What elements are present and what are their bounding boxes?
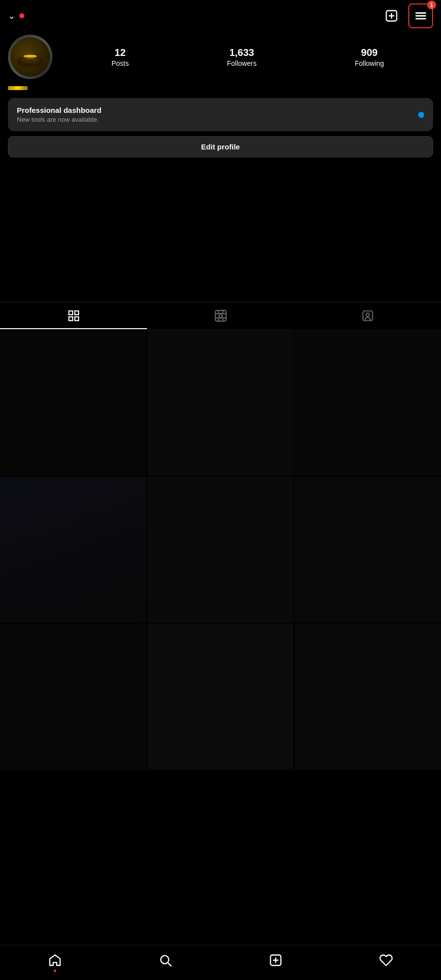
search-icon (158, 953, 172, 967)
avatar-image (15, 47, 45, 67)
professional-dashboard-card[interactable]: Professional dashboard New tools are now… (8, 98, 433, 131)
grid-post-7[interactable] (0, 624, 147, 770)
profile-top-row: 12 Posts 1,633 Followers 909 Following (8, 30, 433, 82)
reels-icon (214, 309, 227, 322)
bottom-navigation (0, 945, 441, 980)
grid-post-5[interactable] (147, 477, 294, 623)
dashboard-subtitle: New tools are now available. (17, 116, 101, 123)
profile-decoration (8, 86, 28, 90)
home-icon (48, 953, 62, 967)
menu-button[interactable] (411, 6, 431, 26)
tab-grid[interactable] (0, 302, 147, 329)
svg-rect-13 (69, 317, 73, 321)
following-count: 909 (361, 47, 378, 58)
nav-activity[interactable] (369, 950, 403, 970)
add-icon (269, 953, 283, 967)
svg-point-16 (219, 314, 222, 318)
stats-row: 12 Posts 1,633 Followers 909 Following (62, 47, 433, 67)
edit-profile-button[interactable]: Edit profile (8, 136, 433, 157)
profile-section: 12 Posts 1,633 Followers 909 Following P… (0, 30, 441, 163)
avatar (8, 35, 52, 79)
grid-post-3[interactable] (294, 329, 441, 476)
new-post-button[interactable] (381, 5, 402, 27)
following-stat[interactable]: 909 Following (355, 47, 384, 67)
grid-icon (67, 309, 80, 322)
profile-name-area (8, 86, 433, 90)
heart-icon (379, 953, 393, 967)
notification-dot (19, 13, 24, 18)
svg-rect-14 (75, 317, 79, 321)
avatar-inner (10, 37, 50, 77)
svg-point-24 (366, 313, 369, 317)
account-switcher-button[interactable]: ⌄ (8, 10, 15, 21)
nav-add[interactable] (259, 950, 293, 970)
tab-tagged[interactable] (294, 302, 441, 329)
followers-count: 1,633 (229, 47, 254, 58)
grid-post-9[interactable] (294, 624, 441, 770)
tab-reels[interactable] (147, 302, 294, 329)
svg-point-10 (24, 55, 37, 57)
dashboard-text: Professional dashboard New tools are now… (17, 106, 101, 123)
dashboard-notification-dot (418, 112, 424, 118)
grid-post-2[interactable] (147, 329, 294, 476)
grid-post-8[interactable] (147, 624, 294, 770)
svg-line-26 (168, 963, 171, 966)
svg-rect-15 (215, 310, 226, 321)
grid-post-1[interactable] (0, 329, 147, 476)
dashboard-title: Professional dashboard (17, 106, 101, 114)
content-tabs (0, 302, 441, 329)
nav-home[interactable] (38, 950, 72, 970)
app-header: ⌄ 1 (0, 0, 441, 30)
avatar-container[interactable] (8, 35, 52, 79)
home-active-dot (54, 970, 56, 972)
tagged-icon (361, 309, 374, 322)
grid-post-6[interactable] (294, 477, 441, 623)
followers-label: Followers (227, 59, 256, 67)
posts-stat[interactable]: 12 Posts (111, 47, 129, 67)
posts-grid (0, 329, 441, 770)
svg-rect-11 (69, 311, 73, 315)
posts-count: 12 (115, 47, 126, 58)
following-label: Following (355, 59, 384, 67)
header-left: ⌄ (8, 10, 24, 21)
grid-post-4[interactable] (0, 477, 147, 623)
menu-button-container[interactable]: 1 (408, 3, 433, 28)
menu-badge: 1 (427, 0, 436, 9)
nav-search[interactable] (148, 950, 182, 970)
followers-stat[interactable]: 1,633 Followers (227, 47, 256, 67)
header-right: 1 (381, 3, 433, 28)
posts-label: Posts (111, 59, 129, 67)
svg-rect-12 (75, 311, 79, 315)
